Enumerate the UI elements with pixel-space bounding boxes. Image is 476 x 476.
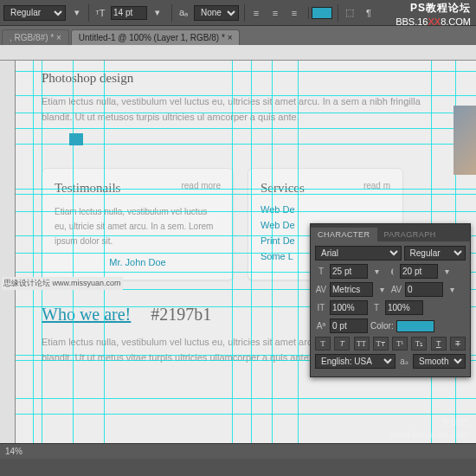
vscale-input[interactable]	[330, 300, 368, 315]
smallcaps-button[interactable]: Tᴛ	[373, 337, 389, 351]
document-tabs: , RGB/8#) * × Untitled-1 @ 100% (Layer 1…	[0, 26, 476, 45]
service-link[interactable]: Web De	[261, 204, 390, 215]
text-color-swatch[interactable]	[396, 320, 434, 332]
hscale-input[interactable]	[385, 300, 423, 315]
color-label: Color:	[370, 321, 394, 331]
watermark-side: 思缘设计论坛 www.missyuan.com	[2, 277, 123, 290]
heading-photoshop-design: Photoshop design	[42, 71, 450, 86]
status-bar: 14%	[0, 443, 476, 459]
char-panel-icon[interactable]: ¶	[360, 4, 377, 22]
font-family-select[interactable]: Arial	[315, 246, 402, 261]
tab-doc-2[interactable]: Untitled-1 @ 100% (Layer 1, RGB/8) * ×	[71, 29, 241, 45]
who-we-are-heading: Who we are!	[42, 305, 131, 325]
vscale-icon: IT	[315, 303, 327, 312]
card-testimonials: Testimonails read more Etiam lectus null…	[42, 168, 234, 280]
image-thumbnail	[453, 106, 476, 175]
ruler-vertical[interactable]	[0, 61, 16, 459]
tab-doc-1[interactable]: , RGB/8#) * ×	[2, 29, 69, 45]
font-weight-select[interactable]: Regular	[3, 5, 66, 21]
watermark-bottom: 发现吧 www.faxianba.com	[389, 416, 469, 440]
antialias-label: aₐ	[175, 4, 192, 22]
size-icon: T	[315, 267, 327, 276]
hex-color-label: #2197b1	[151, 305, 211, 324]
slider-handle[interactable]	[69, 133, 83, 145]
dropdown-icon[interactable]: ▾	[68, 4, 86, 22]
italic-button[interactable]: T	[334, 337, 350, 351]
bold-button[interactable]: T	[315, 337, 331, 351]
baseline-icon: Aª	[315, 321, 327, 331]
allcaps-button[interactable]: TT	[354, 337, 370, 351]
align-right-icon[interactable]: ≡	[286, 4, 303, 22]
font-size-input[interactable]	[330, 264, 368, 279]
kerning-input[interactable]	[330, 282, 373, 297]
testimonial-author: Mr. John Doe	[55, 257, 221, 267]
zoom-level[interactable]: 14%	[5, 447, 23, 456]
font-size-input[interactable]	[111, 6, 147, 20]
antialias-select[interactable]: None	[194, 5, 239, 21]
ruler-horizontal[interactable]	[0, 45, 476, 61]
kerning-icon: AV	[315, 285, 327, 294]
align-center-icon[interactable]: ≡	[267, 4, 284, 22]
baseline-input[interactable]	[330, 318, 368, 333]
aa-icon: aₐ	[398, 357, 410, 366]
leading-icon: ⟬	[385, 267, 397, 276]
language-select[interactable]: English: USA	[315, 354, 396, 369]
aa-select[interactable]: Smooth	[413, 354, 466, 369]
type-style-buttons: T T TT Tᴛ T¹ T₁ T T	[315, 337, 466, 351]
superscript-button[interactable]: T¹	[392, 337, 408, 351]
slider-track	[42, 132, 450, 149]
warp-text-icon[interactable]: ⬚	[341, 4, 358, 22]
intro-paragraph: Etiam lectus nulla, vestibulum vel luctu…	[42, 94, 450, 125]
hscale-icon: T	[370, 303, 383, 312]
subscript-button[interactable]: T₁	[411, 337, 427, 351]
leading-input[interactable]	[400, 264, 438, 279]
tracking-icon: AV	[390, 285, 402, 294]
dropdown-icon[interactable]: ▾	[149, 4, 166, 22]
font-style-select[interactable]: Regular	[404, 246, 466, 261]
strikethrough-button[interactable]: T	[450, 337, 466, 351]
text-color-icon[interactable]	[312, 7, 332, 19]
font-size-icon: TT	[92, 4, 109, 22]
character-panel[interactable]: CHARACTER PARAGRAPH Arial Regular T ▾ ⟬ …	[310, 223, 471, 377]
tab-paragraph[interactable]: PARAGRAPH	[377, 228, 443, 241]
align-left-icon[interactable]: ≡	[248, 4, 265, 22]
underline-button[interactable]: T	[431, 337, 447, 351]
watermark-top: PS教程论坛 BBS.16XX8.COM	[396, 2, 471, 28]
tab-character[interactable]: CHARACTER	[311, 228, 377, 241]
tracking-input[interactable]	[405, 282, 443, 297]
